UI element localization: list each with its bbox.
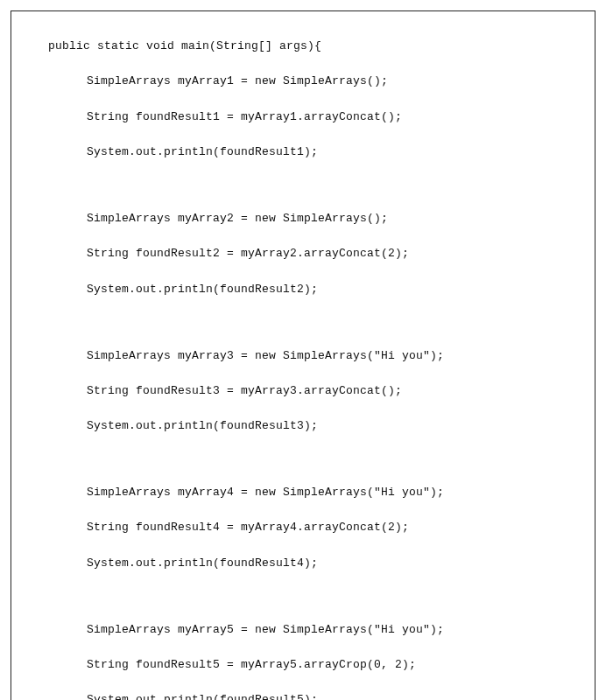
code-line: String foundResult1 = myArray1.arrayConc… [24, 108, 582, 126]
code-line: String foundResult3 = myArray3.arrayConc… [24, 382, 582, 400]
blank-line [24, 316, 582, 330]
code-block: public static void main(String[] args){ … [11, 10, 595, 700]
code-line: String foundResult2 = myArray2.arrayConc… [24, 245, 582, 262]
code-line: SimpleArrays myArray3 = new SimpleArrays… [24, 347, 582, 365]
code-line: SimpleArrays myArray1 = new SimpleArrays… [24, 73, 582, 90]
code-line: SimpleArrays myArray2 = new SimpleArrays… [24, 210, 582, 228]
blank-line [24, 452, 582, 466]
code-line: public static void main(String[] args){ [24, 38, 582, 55]
code-line: SimpleArrays myArray4 = new SimpleArrays… [24, 484, 582, 501]
code-line: String foundResult5 = myArray5.arrayCrop… [24, 656, 582, 674]
code-line: SimpleArrays myArray5 = new SimpleArrays… [24, 621, 582, 639]
code-line: System.out.println(foundResult5); [24, 691, 582, 700]
code-line: System.out.println(foundResult2); [24, 281, 582, 298]
code-line: String foundResult4 = myArray4.arrayConc… [24, 519, 582, 536]
code-line: System.out.println(foundResult1); [24, 144, 582, 161]
blank-line [24, 590, 582, 604]
blank-line [24, 178, 582, 192]
code-line: System.out.println(foundResult3); [24, 417, 582, 435]
code-line: System.out.println(foundResult4); [24, 555, 582, 572]
